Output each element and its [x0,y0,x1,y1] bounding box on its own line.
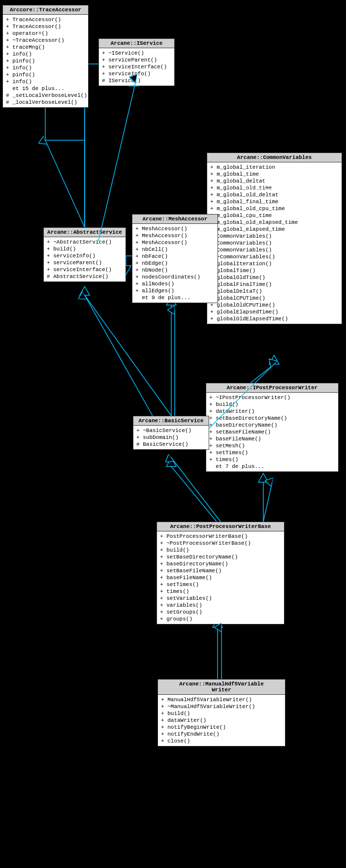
basicservice-members: + ~BasicService() + subDomain() # BasicS… [133,426,209,449]
ipostprocessorwriter-title: Arcane::IPostProcessorWriter [206,383,338,393]
postprocessorwriterbase-box: Arcane::PostProcessorWriterBase + PostPr… [157,522,284,624]
meshaccessor-members: + MeshAccessor() + MeshAccessor() + Mesh… [132,224,218,303]
svg-line-18 [171,466,217,522]
traceaccessor-members: + TraceAccessor() + TraceAccessor() + op… [3,15,88,107]
tracecaccessor-box: Arccore::TraceAccessor + TraceAccessor()… [2,5,89,108]
svg-line-26 [45,140,85,227]
svg-marker-13 [80,286,90,295]
commonvariables-box: Arcane::CommonVariables + m_global_itera… [207,153,342,324]
postprocessorwriterbase-title: Arcane::PostProcessorWriterBase [157,522,284,531]
postprocessorwriterbase-members: + PostProcessorWriterBase() + ~PostProce… [157,531,284,624]
iteration-label: Iteration [242,187,271,193]
traceaccessor-title: Arccore::TraceAccessor [3,5,88,15]
svg-marker-19 [166,458,176,466]
commonvariables-members: + m_global_iteration + m_global_time + m… [207,162,342,324]
meshaccessor-title: Arcane::MeshAccessor [132,215,218,224]
svg-line-32 [263,482,272,522]
svg-line-12 [85,295,171,416]
manualhdf5variablewriter-members: + ManualHdf5VariableWriter() + ~ManualHd… [158,695,285,746]
svg-line-28 [85,295,153,416]
abstractservice-members: + ~AbstractService() + build() + service… [44,237,126,281]
ipostprocessorwriter-members: + ~IPostProcessorWriter() + build() + da… [206,393,338,471]
svg-line-27 [98,79,136,241]
iservice-box: Arcane::IService + ~IService() + service… [98,38,175,86]
basicservice-box: Arcane::BasicService + ~BasicService() +… [133,416,209,450]
meshaccessor-box: Arcane::MeshAccessor + MeshAccessor() + … [132,214,218,303]
svg-marker-17 [269,355,279,364]
abstractservice-box: Arcane::AbstractService + ~AbstractServi… [43,227,126,282]
manualhdf5variablewriter-box: Arcane::ManualHdf5VariableWriter + Manua… [157,679,285,746]
ipostprocessorwriter-box: Arcane::IPostProcessorWriter + ~IPostPro… [206,383,339,472]
iservice-title: Arcane::IService [99,39,174,48]
commonvariables-title: Arcane::CommonVariables [207,153,342,162]
basicservice-title: Arcane::BasicService [133,416,209,426]
svg-marker-21 [258,473,268,482]
abstractservice-title: Arcane::AbstractService [44,228,126,237]
manualhdf5variablewriter-title: Arcane::ManualHdf5VariableWriter [158,680,285,695]
iservice-members: + ~IService() + serviceParent() + servic… [99,48,174,86]
